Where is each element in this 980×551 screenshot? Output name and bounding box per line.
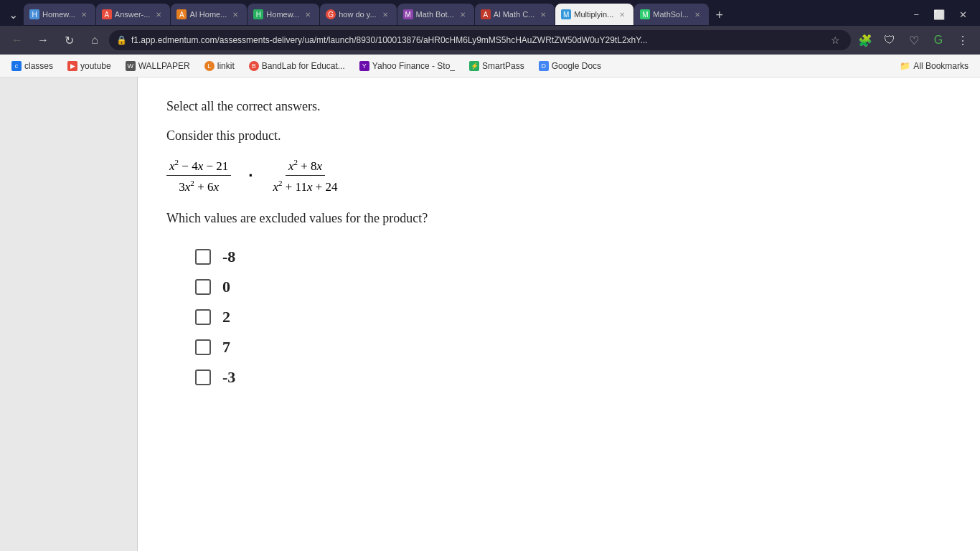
bookmark-bandlab[interactable]: B BandLab for Educat... [243,60,351,72]
tab-9[interactable]: M MathSol... ✕ [634,4,709,25]
checkbox-3[interactable] [195,309,211,325]
tab-4[interactable]: H Homew... ✕ [248,4,319,25]
tab-close-5[interactable]: ✕ [380,9,391,20]
tab-title-1: Homew... [42,10,75,19]
bookmark-linkit[interactable]: L linkit [199,60,240,72]
choice-value-5: -3 [222,368,235,387]
math-expression: x2 − 4x − 21 3x2 + 6x · x2 + 8x x2 + 11x… [166,158,951,194]
bookmark-youtube[interactable]: ▶ youtube [62,60,117,72]
minimize-button[interactable]: − [909,8,923,22]
new-tab-button[interactable]: + [710,5,730,25]
fraction2-denominator: x2 + 11x + 24 [270,177,340,194]
checkbox-1[interactable] [195,249,211,265]
tab-expand-button[interactable]: ⌄ [3,4,23,24]
choice-value-1: -8 [222,248,235,266]
tab-7[interactable]: A Al Math C... ✕ [475,4,555,25]
checkbox-2[interactable] [195,279,211,295]
content-area: Select all the correct answers. Consider… [0,77,980,551]
tab-close-6[interactable]: ✕ [457,9,468,20]
extensions-button[interactable]: 🧩 [854,29,877,52]
tab-close-3[interactable]: ✕ [230,9,241,20]
choice-1[interactable]: -8 [195,248,951,266]
bookmark-favicon-yahoo: Y [359,61,369,71]
all-bookmarks-label: All Bookmarks [913,61,969,71]
main-content: Select all the correct answers. Consider… [138,77,980,551]
fraction-2: x2 + 8x x2 + 11x + 24 [270,158,340,194]
nav-right-icons: 🧩 🛡 ♡ G ⋮ [854,29,974,52]
tab-title-9: MathSol... [653,10,689,19]
bookmark-smartpass[interactable]: ⚡ SmartPass [463,60,530,72]
bookmark-label-youtube: youtube [80,61,111,71]
tab-favicon-5: G [326,9,336,19]
forward-button[interactable]: → [32,29,55,52]
tab-close-9[interactable]: ✕ [692,9,703,20]
checkbox-5[interactable] [195,369,211,385]
tab-favicon-3: A [176,9,187,19]
multiply-operator: · [248,168,253,184]
tab-close-7[interactable]: ✕ [537,9,549,20]
bookmark-wallpaper[interactable]: W WALLPAPER [120,60,196,72]
bookmark-favicon-smartpass: ⚡ [469,61,479,71]
tab-favicon-6: M [403,9,413,19]
instruction-text: Select all the correct answers. [166,99,951,114]
choice-4[interactable]: 7 [195,338,951,357]
tab-favicon-8: M [561,9,571,19]
bookmark-label-wallpaper: WALLPAPER [138,61,190,71]
maximize-button[interactable]: ⬜ [929,8,949,22]
fraction1-denominator: 3x2 + 6x [176,177,222,194]
tab-close-4[interactable]: ✕ [302,9,314,20]
grammarly-button[interactable]: G [927,29,950,52]
tab-2[interactable]: A Answer-... ✕ [96,4,171,25]
back-button[interactable]: ← [6,29,29,52]
bookmark-page-button[interactable]: ☆ [826,32,844,49]
tab-1[interactable]: H Homew... ✕ [24,4,95,25]
home-button[interactable]: ⌂ [83,29,106,52]
reload-button[interactable]: ↻ [57,29,80,52]
bookmark-favicon-youtube: ▶ [67,61,77,71]
bookmark-favicon-wallpaper: W [126,61,136,71]
choice-3[interactable]: 2 [195,308,951,326]
address-text: f1.app.edmentum.com/assessments-delivery… [131,35,822,45]
heart-icon-button[interactable]: ♡ [903,29,925,52]
choice-value-4: 7 [222,338,230,357]
tab-title-7: Al Math C... [494,10,534,19]
tab-favicon-2: A [102,9,112,19]
tab-6[interactable]: M Math Bot... ✕ [397,4,474,25]
shield-icon-button[interactable]: 🛡 [878,29,901,52]
tab-favicon-1: H [29,9,39,19]
all-bookmarks-button[interactable]: 📁 All Bookmarks [894,60,974,72]
checkbox-4[interactable] [195,339,211,355]
answer-choices: -8 0 2 7 -3 [195,248,951,387]
address-bar[interactable]: 🔒 f1.app.edmentum.com/assessments-delive… [109,30,851,50]
bookmarks-bar: c classes ▶ youtube W WALLPAPER L linkit… [0,55,980,77]
browser-chrome: ⌄ H Homew... ✕ A Answer-... ✕ A AI Home.… [0,0,980,77]
tab-8[interactable]: M Multiplyin... ✕ [555,4,633,25]
tab-title-8: Multiplyin... [574,10,613,19]
address-security-icon: 🔒 [116,35,127,45]
tab-favicon-4: H [253,9,263,19]
menu-button[interactable]: ⋮ [951,29,974,52]
bookmark-google-docs[interactable]: D Google Docs [533,60,607,72]
fraction2-numerator: x2 + 8x [286,158,325,176]
choice-value-2: 0 [222,278,230,296]
window-controls: − ⬜ ✕ [909,8,977,22]
tab-title-2: Answer-... [115,10,151,19]
tab-close-1[interactable]: ✕ [78,9,90,20]
choice-2[interactable]: 0 [195,278,951,296]
sidebar [0,77,138,551]
tab-close-8[interactable]: ✕ [616,9,628,20]
prompt-text: Consider this product. [166,128,951,143]
close-button[interactable]: ✕ [955,8,971,22]
bookmark-yahoo[interactable]: Y Yahoo Finance - Sto_ [354,60,461,72]
tab-3[interactable]: A AI Home... ✕ [171,4,247,25]
tab-5[interactable]: G how do y... ✕ [320,4,396,25]
bookmark-classes[interactable]: c classes [6,60,59,72]
bookmark-label-classes: classes [24,61,53,71]
which-values-text: Which values are excluded values for the… [166,211,951,226]
bookmarks-folder-icon: 📁 [900,61,910,71]
choice-5[interactable]: -3 [195,368,951,387]
bookmark-favicon-linkit: L [204,61,215,71]
tabs-container: H Homew... ✕ A Answer-... ✕ A AI Home...… [24,4,908,25]
tab-close-2[interactable]: ✕ [153,9,164,20]
tab-bar: ⌄ H Homew... ✕ A Answer-... ✕ A AI Home.… [0,0,980,26]
